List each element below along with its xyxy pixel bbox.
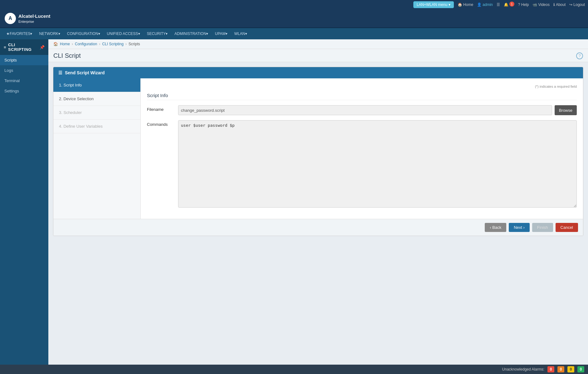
breadcrumb-configuration[interactable]: Configuration [75,42,97,46]
breadcrumb-cli-scripting[interactable]: CLI Scripting [102,42,124,46]
breadcrumb: 🏠 Home › Configuration › CLI Scripting ›… [48,39,588,49]
filename-input[interactable] [178,105,552,115]
alarm-green-badge[interactable]: 0 [577,366,584,372]
main-nav: ★FAVORITES▾ NETWORK▾ CONFIGURATION▾ UNIF… [0,28,588,39]
wizard-step-3: 3. Scheduler [53,106,140,120]
top-bar: LAN+WLAN menu ▾ 🏠 Home 👤 admin ☰ 🔔 1 ? H… [0,0,588,9]
bell-icon: 🔔 [504,2,508,7]
header: A Alcatel·Lucent Enterprise [0,9,588,28]
wizard-step-1[interactable]: 1. Script Info [53,78,140,92]
page-title-bar: CLI Script ? [48,49,588,62]
notifications-link[interactable]: 🔔 1 [504,2,514,7]
required-note: (*) indicates a required field [147,85,577,88]
logo-area: A Alcatel·Lucent Enterprise [5,13,51,24]
logout-nav-link[interactable]: ↪ Logout [569,2,585,7]
main-content: 🏠 Home › Configuration › CLI Scripting ›… [48,39,588,365]
logo-text: Alcatel·Lucent Enterprise [18,13,51,24]
nav-upam[interactable]: UPAM▾ [212,30,231,38]
home-nav-link[interactable]: 🏠 Home [458,2,473,7]
nav-favorites[interactable]: ★FAVORITES▾ [3,30,35,38]
sidebar-pin-icon[interactable]: 📌 [40,45,45,50]
menu-icon: ☰ [497,2,500,7]
wizard-menu-icon: ☰ [58,70,62,75]
filename-control-area: Browse [178,105,577,115]
wizard-container: ☰ Send Script Wizard 1. Script Info 2. D… [53,67,583,236]
commands-label: Commands [147,120,178,127]
nav-security[interactable]: SECURITY▾ [144,30,171,38]
wizard-header: ☰ Send Script Wizard [53,67,583,78]
breadcrumb-scripts: Scripts [129,42,140,46]
filename-row: Filename Browse [147,105,577,115]
sidebar-header: ≡ CLI SCRIPTING 📌 [0,39,48,55]
lan-wlan-label: LAN+WLAN menu [417,2,447,7]
page-title: CLI Script [53,52,81,59]
wizard-title: Send Script Wizard [65,70,104,75]
nav-network[interactable]: NETWORK▾ [36,30,63,38]
alarm-red-badge[interactable]: 0 [547,366,554,372]
nav-wlan[interactable]: WLAN▾ [231,30,250,38]
browse-button[interactable]: Browse [555,105,577,115]
back-button[interactable]: ‹ Back [485,223,506,232]
logout-icon: ↪ [569,2,572,7]
wizard-content-title: Script Info [147,93,577,100]
video-icon: 📹 [532,2,537,7]
status-label: Unacknowledged Alarms: [502,367,544,372]
about-nav-link[interactable]: ℹ About [553,2,566,7]
wizard-footer: ‹ Back Next › Finish Cancel [53,219,583,236]
cancel-button[interactable]: Cancel [556,223,578,232]
help-nav-link[interactable]: ? Help [518,2,529,7]
wizard-step-4: 4. Define User Variables [53,120,140,133]
content-wrapper: ≡ CLI SCRIPTING 📌 Scripts Logs Terminal … [0,39,588,365]
list-icon: ≡ [4,45,6,50]
nav-configuration[interactable]: CONFIGURATION▾ [64,30,103,38]
wizard-step-2[interactable]: 2. Device Selection [53,92,140,106]
next-button[interactable]: Next › [509,223,530,232]
chevron-down-icon: ▾ [449,2,450,7]
wizard-step-content: (*) indicates a required field Script In… [141,78,583,219]
commands-row: Commands user $user password $p [147,120,577,208]
home-icon: 🏠 [458,2,462,7]
nav-unified-access[interactable]: UNIFIED ACCESS▾ [104,30,143,38]
sidebar-item-scripts[interactable]: Scripts [0,55,48,65]
notification-badge: 1 [509,2,514,7]
menu-icon-link[interactable]: ☰ [497,2,500,7]
help-circle-icon[interactable]: ? [576,52,583,59]
lan-wlan-button[interactable]: LAN+WLAN menu ▾ [413,1,454,8]
logo-icon: A [5,13,16,24]
user-icon: 👤 [477,2,482,7]
admin-nav-link[interactable]: 👤 admin [477,2,493,7]
commands-control-area: user $user password $p [178,120,577,208]
alarm-orange-badge[interactable]: 0 [557,366,564,372]
finish-button: Finish [532,223,553,232]
breadcrumb-home[interactable]: Home [60,42,70,46]
sidebar: ≡ CLI SCRIPTING 📌 Scripts Logs Terminal … [0,39,48,365]
sidebar-item-logs[interactable]: Logs [0,65,48,76]
sidebar-item-terminal[interactable]: Terminal [0,76,48,86]
commands-textarea[interactable]: user $user password $p [178,120,577,208]
wizard-body: 1. Script Info 2. Device Selection 3. Sc… [53,78,583,219]
sidebar-item-settings[interactable]: Settings [0,86,48,96]
nav-administration[interactable]: ADMINISTRATION▾ [171,30,211,38]
videos-nav-link[interactable]: 📹 Videos [532,2,549,7]
alarm-yellow-badge[interactable]: 0 [567,366,574,372]
home-breadcrumb-icon: 🏠 [53,42,58,46]
status-bar: Unacknowledged Alarms: 0 0 0 0 [0,365,588,374]
info-icon: ℹ [553,2,555,7]
filename-label: Filename [147,105,178,112]
wizard-steps: 1. Script Info 2. Device Selection 3. Sc… [53,78,141,219]
